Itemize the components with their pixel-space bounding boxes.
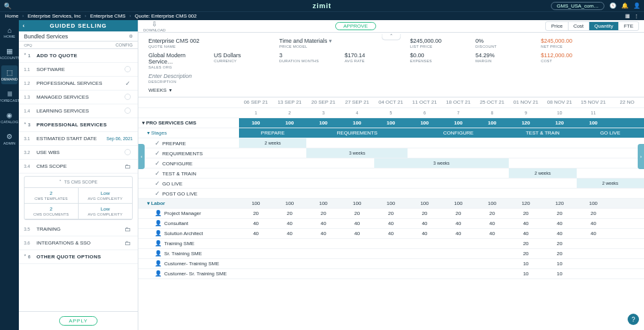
scope-cell: LowAVG COMPLEXITY [79,204,133,219]
net-price: $245,000.00 [541,38,634,44]
crumb-1[interactable]: Enterprise Services, Inc [28,13,80,19]
more-icon[interactable]: ⋮ [634,13,639,19]
bundle-title: Bundled Services [24,33,68,40]
bell-icon[interactable]: 🔔 [621,3,628,9]
folder-icon: 🗀 [123,163,133,170]
scope-cell: 2CMS TEMPLATES [25,188,79,204]
user-icon[interactable]: 👤 [633,3,640,9]
sec-other-options[interactable]: ˅ 6OTHER QUOTE OPTIONS [19,250,138,264]
brand-logo: zimit [313,2,331,9]
chevron-left-icon[interactable]: ‹ [23,23,25,29]
chevron-down-icon: ▾ [329,38,332,44]
crumb-home[interactable]: Home [5,13,18,19]
collapse-handle[interactable]: ˄ [382,34,401,40]
approve-button[interactable]: APPROVE [335,22,376,30]
grid[interactable]: 06 SEP 2113 SEP 2120 SEP 2127 SEP 2104 O… [138,97,644,330]
sidebar-title: ‹ GUIDED SELLING [19,20,138,31]
chevron-up-icon[interactable]: ˄ [59,180,62,185]
breadcrumb: Home› Enterprise Services, Inc› Enterpri… [0,11,644,20]
view-segment: Price Cost Quantity FTE [545,21,639,31]
help-fab[interactable]: ? [628,314,639,325]
row-use-wbs[interactable]: 3.2USE WBS [19,146,138,160]
apply-button[interactable]: APPLY [59,316,97,326]
seg-price[interactable]: Price [546,22,568,30]
row-start-date[interactable]: 3.1ESTIMATED START DATESep 06, 2021 [19,132,138,146]
row-software[interactable]: 1.1SOFTWARE [19,63,138,77]
chevron-down-icon: ▾ [169,87,172,93]
download-icon: ⇩ [152,20,157,28]
sales-org: Global Modern Service… [148,52,211,65]
duration: 3 [279,52,342,58]
expenses: $0.00 [410,52,473,58]
discount: 0% [475,38,538,44]
rail-demand[interactable]: ⬚DEMAND [1,65,18,84]
clock-icon[interactable]: 🕓 [609,3,616,9]
avg-rate: $170.14 [345,52,408,58]
panel-handle-right[interactable]: › [638,144,644,169]
nav-rail: ⌂HOME▦ACCOUNTS⬚DEMAND≣FORECAST◉CATALOG⚙A… [0,20,19,330]
row-integrations[interactable]: 3.6INTEGRATIONS & SSO🗀 [19,236,138,250]
row-managed[interactable]: 1.3MANAGED SERVICES [19,91,138,104]
rail-forecast[interactable]: ≣FORECAST [1,87,18,106]
topbar: 🔍 zimit GMS_USA_com… 🕓 🔔 👤 [0,0,644,11]
currency: US Dollars [214,52,277,58]
scope-cell: 2CMS DOCUMENTS [25,204,79,219]
seg-fte[interactable]: FTE [619,22,638,30]
sidebar: ‹ GUIDED SELLING Bundled Services ⚙ CPQ … [19,20,138,330]
grid-icon[interactable]: ▦ [625,13,630,19]
quote-name: Enterprise CMS 002 [148,38,277,44]
row-prof-services[interactable]: 1.2PROFESSIONAL SERVICES✓ [19,77,138,91]
org-selector[interactable]: GMS_USA_com… [551,2,604,10]
cpq-label: CPQ [24,43,32,47]
cost: $112,000.00 [541,52,634,58]
config-label: CONFIG [116,43,133,47]
rail-admin[interactable]: ⚙ADMIN [1,129,18,148]
gear-icon[interactable]: ⚙ [129,34,133,39]
sec-add-to-quote[interactable]: ˅ 1ADD TO QUOTE [19,49,138,63]
content: ⇩DOWNLOAD APPROVE Price Cost Quantity FT… [138,20,644,330]
rail-accounts[interactable]: ▦ACCOUNTS [1,44,18,63]
period-dropdown[interactable]: WEEKS▾ [148,87,634,93]
crumb-3: Quote: Enterprise CMS 002 [135,13,196,19]
description-input[interactable]: Enter Description [148,73,634,79]
panel-handle-left[interactable]: ‹ [138,144,145,169]
row-learning[interactable]: 1.4LEARNING SERVICES [19,104,138,118]
rail-home[interactable]: ⌂HOME [1,23,18,41]
sec-prof-services[interactable]: ˄ 3PROFESSIONAL SERVICES [19,118,138,132]
search-icon[interactable]: 🔍 [4,3,11,9]
scope-box: ˄TS CMS SCOPE 2CMS TEMPLATESLowAVG COMPL… [24,176,133,220]
row-cms-scope[interactable]: 3.4CMS SCOPE🗀 [19,160,138,173]
seg-quantity[interactable]: Quantity [589,22,619,30]
crumb-2[interactable]: Enterprise CMS [90,13,125,19]
scope-cell: LowAVG COMPLEXITY [79,188,133,204]
row-training[interactable]: 3.5TRAINING🗀 [19,223,138,236]
margin: 54.29% [475,52,538,58]
rail-catalog[interactable]: ◉CATALOG [1,108,18,127]
list-price: $245,000.00 [410,38,473,44]
seg-cost[interactable]: Cost [569,22,589,30]
check-icon: ✓ [123,80,133,87]
download-button[interactable]: ⇩DOWNLOAD [143,20,165,32]
